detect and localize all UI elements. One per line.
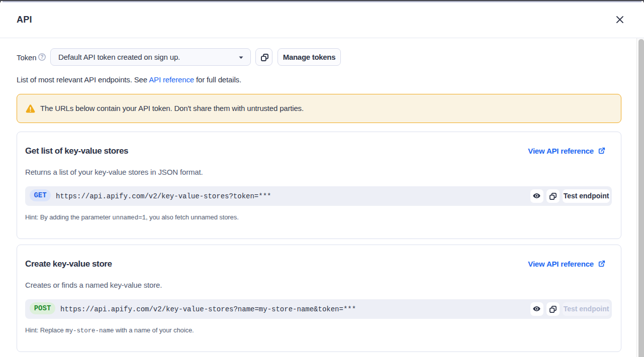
svg-text:?: ?	[40, 54, 43, 60]
